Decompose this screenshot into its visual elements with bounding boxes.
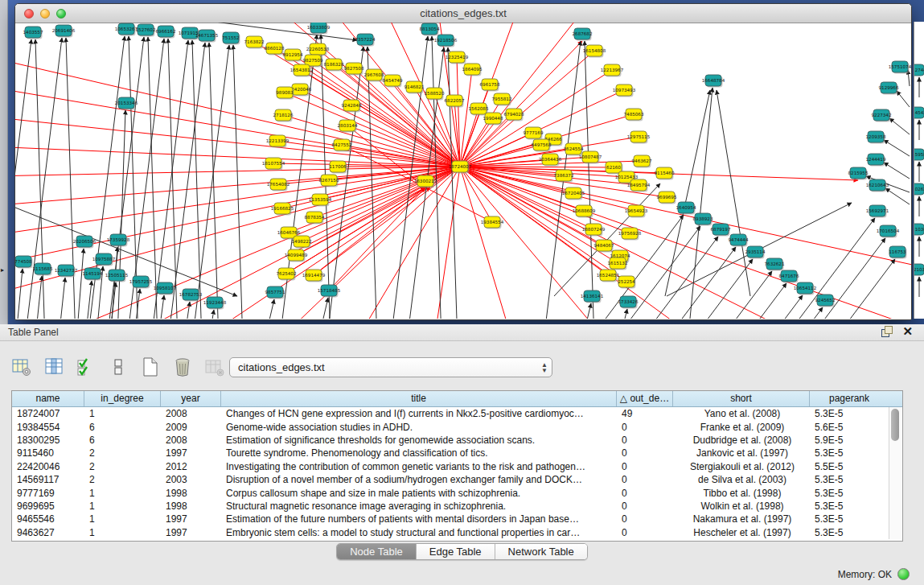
table-row[interactable]: 1872400712008Changes of HCN gene express… bbox=[12, 407, 902, 420]
table-scrollbar[interactable] bbox=[889, 407, 901, 539]
graph-nodes-layer[interactable]: 1872400771638228860128891295422260538982… bbox=[15, 23, 911, 310]
table-cell-out_de[interactable]: 0 bbox=[617, 474, 673, 485]
table-cell-in_degree[interactable]: 1 bbox=[84, 527, 161, 538]
table-cell-name[interactable]: 18300295 bbox=[12, 435, 84, 446]
column-header-year[interactable]: year bbox=[161, 391, 221, 406]
table-cell-out_de[interactable]: 0 bbox=[617, 488, 673, 499]
table-cell-name[interactable]: 9699695 bbox=[12, 501, 84, 512]
table-cell-year[interactable]: 2012 bbox=[161, 461, 221, 472]
table-cell-in_degree[interactable]: 1 bbox=[84, 408, 161, 419]
table-cell-short[interactable]: Yano et al. (2008) bbox=[673, 408, 810, 419]
table-cell-year[interactable]: 1998 bbox=[161, 488, 221, 499]
delete-icon[interactable] bbox=[172, 356, 193, 377]
table-cell-title[interactable]: Changes of HCN gene expression and I(f) … bbox=[221, 408, 617, 419]
table-cell-out_de[interactable]: 0 bbox=[617, 513, 673, 525]
table-cell-short[interactable]: Stergiakouli et al. (2012) bbox=[673, 461, 810, 472]
column-visibility-icon[interactable] bbox=[43, 356, 64, 377]
table-cell-pagerank[interactable]: 5.3E-5 bbox=[810, 527, 889, 538]
table-panel-header[interactable]: Table Panel ✕ bbox=[0, 324, 924, 341]
window-titlebar[interactable]: citations_edges.txt bbox=[15, 4, 911, 23]
rows-icon[interactable] bbox=[108, 356, 129, 377]
background-window-strip[interactable]: 127441454315958102621210304121033 bbox=[914, 22, 924, 319]
table-cell-name[interactable]: 22420046 bbox=[12, 461, 84, 472]
table-cell-pagerank[interactable]: 5.3E-5 bbox=[810, 447, 889, 459]
table-cell-name[interactable]: 19384554 bbox=[12, 422, 84, 433]
table-cell-name[interactable]: 9777169 bbox=[12, 488, 84, 499]
table-cell-name[interactable]: 9465546 bbox=[12, 513, 84, 525]
table-cell-year[interactable]: 2009 bbox=[161, 422, 221, 433]
column-header-name[interactable]: name bbox=[12, 391, 84, 406]
table-cell-year[interactable]: 1997 bbox=[161, 513, 221, 525]
table-cell-out_de[interactable]: 0 bbox=[617, 461, 673, 472]
table-cell-short[interactable]: Wolkin et al. (1998) bbox=[673, 501, 810, 512]
table-cell-out_de[interactable]: 0 bbox=[617, 527, 673, 538]
table-cell-pagerank[interactable]: 5.9E-5 bbox=[810, 435, 889, 446]
table-cell-title[interactable]: Estimation of the future numbers of pati… bbox=[221, 513, 617, 525]
table-cell-name[interactable]: 9463627 bbox=[12, 527, 84, 538]
node-table[interactable]: namein_degreeyeartitle△ out_de…shortpage… bbox=[11, 390, 903, 542]
column-header-pagerank[interactable]: pagerank bbox=[810, 391, 889, 406]
table-row[interactable]: 911546021997Tourette syndrome. Phenomeno… bbox=[12, 447, 902, 459]
table-cell-short[interactable]: de Silva et al. (2003) bbox=[673, 474, 810, 485]
column-header-out_de[interactable]: △ out_de… bbox=[617, 391, 673, 406]
table-cell-out_de[interactable]: 0 bbox=[617, 501, 673, 512]
table-cell-year[interactable]: 2008 bbox=[161, 408, 221, 419]
table-cell-title[interactable]: Estimation of significance thresholds fo… bbox=[221, 435, 617, 446]
row-select-icon[interactable] bbox=[76, 356, 97, 377]
tab-node-table[interactable]: Node Table bbox=[337, 544, 417, 559]
table-cell-in_degree[interactable]: 1 bbox=[84, 513, 161, 525]
table-cell-out_de[interactable]: 49 bbox=[617, 408, 673, 419]
table-row[interactable]: 2242004622012Investigating the contribut… bbox=[12, 460, 902, 473]
column-header-in_degree[interactable]: in_degree bbox=[84, 391, 161, 406]
network-view-window[interactable]: citations_edges.txt 18724007716382288601… bbox=[14, 3, 912, 320]
table-cell-in_degree[interactable]: 6 bbox=[84, 422, 161, 433]
table-cell-pagerank[interactable]: 5.3E-5 bbox=[810, 474, 889, 485]
table-cell-short[interactable]: Jankovic et al. (1997) bbox=[673, 447, 810, 459]
table-cell-year[interactable]: 1997 bbox=[161, 527, 221, 538]
table-cell-title[interactable]: Structural magnetic resonance image aver… bbox=[221, 501, 617, 512]
table-cell-name[interactable]: 18724007 bbox=[12, 408, 84, 419]
table-cell-year[interactable]: 2008 bbox=[161, 435, 221, 446]
table-cell-in_degree[interactable]: 1 bbox=[84, 501, 161, 512]
float-window-icon[interactable] bbox=[881, 326, 893, 337]
table-cell-pagerank[interactable]: 5.3E-5 bbox=[810, 501, 889, 512]
table-selector-dropdown[interactable]: citations_edges.txt ▲▼ bbox=[229, 357, 552, 377]
tab-edge-table[interactable]: Edge Table bbox=[417, 544, 495, 559]
table-cell-name[interactable]: 14569117 bbox=[12, 474, 84, 485]
table-row[interactable]: 946554611997Estimation of the future num… bbox=[12, 513, 902, 525]
table-row[interactable]: 977716911998Corpus callosum shape and si… bbox=[12, 486, 902, 499]
table-cell-title[interactable]: Investigating the contribution of common… bbox=[221, 461, 617, 472]
network-canvas[interactable]: 1872400771638228860128891295422260538982… bbox=[15, 23, 911, 319]
table-cell-title[interactable]: Tourette syndrome. Phenomenology and cla… bbox=[221, 447, 617, 459]
table-cell-year[interactable]: 2003 bbox=[161, 474, 221, 485]
table-row[interactable]: 1830029562008Estimation of significance … bbox=[12, 434, 902, 447]
table-row[interactable]: 969969511998Structural magnetic resonanc… bbox=[12, 500, 902, 513]
table-cell-title[interactable]: Embryonic stem cells: a model to study s… bbox=[221, 527, 617, 538]
table-row[interactable]: 1456911722003Disruption of a novel membe… bbox=[12, 473, 902, 486]
table-cell-out_de[interactable]: 0 bbox=[617, 447, 673, 459]
table-cell-name[interactable]: 9115460 bbox=[12, 447, 84, 459]
table-cell-in_degree[interactable]: 2 bbox=[84, 474, 161, 485]
table-cell-year[interactable]: 1998 bbox=[161, 501, 221, 512]
new-document-icon[interactable] bbox=[140, 356, 161, 377]
table-cell-short[interactable]: Nakamura et al. (1997) bbox=[673, 513, 810, 525]
table-row[interactable]: 1938455462009Genome-wide association stu… bbox=[12, 420, 902, 433]
scrollbar-thumb[interactable] bbox=[891, 409, 899, 441]
table-cell-title[interactable]: Disruption of a novel member of a sodium… bbox=[221, 474, 617, 485]
table-cell-short[interactable]: Hescheler et al. (1997) bbox=[673, 527, 810, 538]
collapsed-panel-arrow-icon[interactable]: ▸ bbox=[1, 266, 4, 274]
table-cell-in_degree[interactable]: 6 bbox=[84, 435, 161, 446]
table-cell-pagerank[interactable]: 5.5E-5 bbox=[810, 461, 889, 472]
table-cell-in_degree[interactable]: 2 bbox=[84, 447, 161, 459]
column-header-title[interactable]: title bbox=[221, 391, 617, 406]
table-settings-icon[interactable] bbox=[11, 356, 32, 377]
table-cell-title[interactable]: Genome-wide association studies in ADHD. bbox=[221, 422, 617, 433]
table-cell-out_de[interactable]: 0 bbox=[617, 435, 673, 446]
table-cell-pagerank[interactable]: 5.6E-5 bbox=[810, 422, 889, 433]
column-header-short[interactable]: short bbox=[673, 391, 810, 406]
table-cell-year[interactable]: 1997 bbox=[161, 447, 221, 459]
close-panel-icon[interactable]: ✕ bbox=[902, 326, 913, 337]
table-cell-pagerank[interactable]: 5.3E-5 bbox=[810, 488, 889, 499]
table-cell-title[interactable]: Corpus callosum shape and size in male p… bbox=[221, 488, 617, 499]
table-cell-out_de[interactable]: 0 bbox=[617, 422, 673, 433]
